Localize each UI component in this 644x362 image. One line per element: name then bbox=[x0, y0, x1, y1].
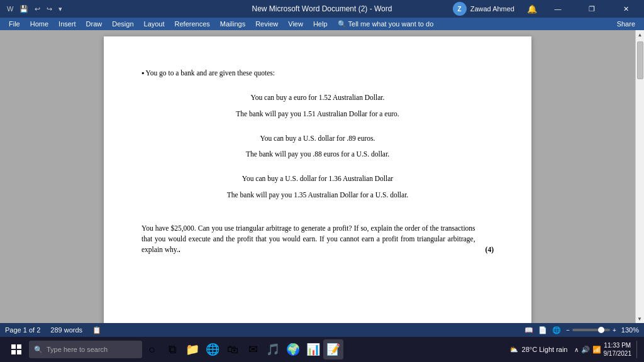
tell-me-text[interactable]: Tell me what you want to do bbox=[348, 20, 434, 28]
taskbar: 🔍 Type here to search ○ ⧉ 📁 🌐 🛍 ✉ 🎵 🌍 📊 … bbox=[0, 337, 644, 362]
euro-buy-text: You can buy a euro for 1.52 Australian D… bbox=[251, 94, 385, 101]
tell-me-box[interactable]: 🔍 Tell me what you want to do bbox=[338, 20, 434, 28]
usd-sell-text: The bank will pay you .88 euros for a U.… bbox=[246, 150, 389, 158]
read-mode-icon[interactable]: 📖 bbox=[525, 326, 533, 334]
store-icon[interactable]: 🛍 bbox=[223, 339, 243, 359]
tab-review[interactable]: Review bbox=[250, 19, 283, 29]
spacer4 bbox=[142, 206, 494, 214]
titlebar-right: Z Zawad Ahmed 🔔 — ❐ ✕ bbox=[453, 0, 639, 18]
tab-insert[interactable]: Insert bbox=[53, 19, 81, 29]
document-area: ▪ You go to a bank and are given these q… bbox=[0, 30, 635, 323]
svg-rect-1 bbox=[17, 344, 21, 349]
avatar: Z bbox=[453, 2, 467, 16]
restore-button[interactable]: ❐ bbox=[579, 0, 605, 18]
statusbar: Page 1 of 2 289 words 📋 📖 📄 🌐 − + 130% bbox=[0, 323, 644, 337]
window-title: New Microsoft Word Document (2) - Word bbox=[252, 4, 392, 13]
show-desktop[interactable] bbox=[636, 341, 640, 358]
euro-buy-line: You can buy a euro for 1.52 Australian D… bbox=[142, 92, 494, 103]
document-page[interactable]: ▪ You go to a bank and are given these q… bbox=[104, 36, 531, 323]
proofing-icon: 📋 bbox=[92, 326, 101, 334]
weather-text: 28°C Light rain bbox=[522, 346, 568, 353]
start-button[interactable] bbox=[4, 337, 29, 362]
excel-icon[interactable]: 📊 bbox=[303, 339, 323, 359]
cortana-button[interactable]: ○ bbox=[142, 339, 162, 359]
date-display: 9/17/2021 bbox=[604, 349, 632, 358]
aud-sell-line: The bank will pay you 1.35 Australian Do… bbox=[142, 190, 494, 200]
scroll-thumb[interactable] bbox=[637, 41, 643, 79]
scroll-down-arrow[interactable]: ▼ bbox=[635, 314, 644, 323]
tab-view[interactable]: View bbox=[283, 19, 308, 29]
mail-icon[interactable]: ✉ bbox=[243, 339, 263, 359]
spacer5 bbox=[142, 214, 494, 223]
time-display: 11:33 PM bbox=[604, 341, 631, 349]
usd-buy-line: You can buy a U.S. dollar for .89 euros. bbox=[142, 133, 494, 144]
tab-references[interactable]: References bbox=[170, 19, 215, 29]
tab-layout[interactable]: Layout bbox=[139, 19, 170, 29]
temperature: 28°C bbox=[522, 346, 538, 353]
zoom-percent[interactable]: 130% bbox=[621, 326, 639, 334]
page-info: Page 1 of 2 bbox=[5, 326, 40, 334]
intro-line: ▪ You go to a bank and are given these q… bbox=[142, 68, 494, 79]
word-count: 289 words bbox=[50, 326, 82, 334]
task-view-button[interactable]: ⧉ bbox=[162, 339, 182, 359]
question-text: You have $25,000. Can you use triangular… bbox=[142, 223, 475, 256]
search-icon: 🔍 bbox=[338, 20, 347, 28]
print-layout-icon[interactable]: 📄 bbox=[538, 326, 547, 334]
spacer2 bbox=[142, 124, 494, 133]
aud-buy-line: You can buy a U.S. dollar for 1.36 Austr… bbox=[142, 173, 494, 184]
taskbar-right: ⛅ 28°C Light rain ∧ 🔊 📶 11:33 PM 9/17/20… bbox=[506, 341, 640, 358]
word-taskbar-icon[interactable]: 📝 bbox=[323, 339, 343, 359]
zoom-out-icon[interactable]: − bbox=[566, 327, 570, 334]
search-icon: 🔍 bbox=[34, 346, 43, 354]
question-mark: (4) bbox=[486, 244, 494, 255]
aud-buy-text: You can buy a U.S. dollar for 1.36 Austr… bbox=[242, 175, 393, 182]
web-view-icon[interactable]: 🌐 bbox=[552, 326, 561, 334]
usd-sell-line: The bank will pay you .88 euros for a U.… bbox=[142, 149, 494, 160]
tab-file[interactable]: File bbox=[4, 19, 25, 29]
titlebar: W 💾 ↩ ↪ ▾ New Microsoft Word Document (2… bbox=[0, 0, 644, 18]
minimize-button[interactable]: — bbox=[545, 0, 571, 18]
tab-mailings[interactable]: Mailings bbox=[215, 19, 250, 29]
question-paragraph: You have $25,000. Can you use triangular… bbox=[142, 223, 494, 256]
tab-home[interactable]: Home bbox=[25, 19, 53, 29]
main-area: ▪ You go to a bank and are given these q… bbox=[0, 30, 644, 323]
chrome-icon[interactable]: 🌍 bbox=[283, 339, 303, 359]
notification-icon[interactable]: 🔔 bbox=[527, 4, 537, 14]
svg-rect-0 bbox=[11, 344, 16, 349]
search-placeholder: Type here to search bbox=[47, 346, 108, 353]
edge-icon[interactable]: 🌐 bbox=[203, 339, 223, 359]
tab-design[interactable]: Design bbox=[107, 19, 138, 29]
spacer3 bbox=[142, 165, 494, 173]
user-area: Z Zawad Ahmed bbox=[453, 2, 514, 16]
scrollbar[interactable]: ▲ ▼ bbox=[635, 30, 644, 323]
undo-qat[interactable]: ↩ bbox=[33, 4, 42, 14]
share-button[interactable]: Share bbox=[612, 20, 640, 28]
clock[interactable]: 11:33 PM 9/17/2021 bbox=[604, 341, 632, 358]
bullet-char: ▪ bbox=[142, 69, 144, 77]
tab-help[interactable]: Help bbox=[308, 19, 333, 29]
intro-text: You go to a bank and are given these quo… bbox=[146, 69, 275, 77]
tab-draw[interactable]: Draw bbox=[81, 19, 108, 29]
titlebar-left: W 💾 ↩ ↪ ▾ bbox=[5, 4, 64, 14]
save-qat[interactable]: 💾 bbox=[18, 4, 30, 14]
euro-sell-text: The bank will pay you 1.51 Australian Do… bbox=[236, 110, 399, 118]
usd-buy-text: You can buy a U.S. dollar for .89 euros. bbox=[260, 134, 375, 142]
weather-icon: ⛅ bbox=[509, 346, 518, 354]
aud-sell-text: The bank will pay you 1.35 Australian Do… bbox=[227, 191, 408, 199]
spotify-icon[interactable]: 🎵 bbox=[263, 339, 283, 359]
scroll-up-arrow[interactable]: ▲ bbox=[636, 30, 645, 39]
volume-icon[interactable]: 📶 bbox=[592, 346, 601, 354]
close-button[interactable]: ✕ bbox=[613, 0, 639, 18]
customize-qat[interactable]: ▾ bbox=[57, 4, 64, 14]
word-icon: W bbox=[5, 4, 15, 14]
file-explorer-icon[interactable]: 📁 bbox=[182, 339, 203, 359]
svg-rect-3 bbox=[17, 350, 21, 354]
zoom-bar[interactable]: − + bbox=[566, 327, 616, 334]
network-icon[interactable]: 🔊 bbox=[581, 346, 590, 354]
euro-sell-line: The bank will pay you 1.51 Australian Do… bbox=[142, 109, 494, 119]
redo-qat[interactable]: ↪ bbox=[45, 4, 54, 14]
zoom-slider[interactable] bbox=[572, 329, 610, 331]
zoom-in-icon[interactable]: + bbox=[613, 327, 616, 334]
tray-icons[interactable]: ∧ bbox=[574, 346, 579, 353]
search-box[interactable]: 🔍 Type here to search bbox=[29, 341, 142, 358]
